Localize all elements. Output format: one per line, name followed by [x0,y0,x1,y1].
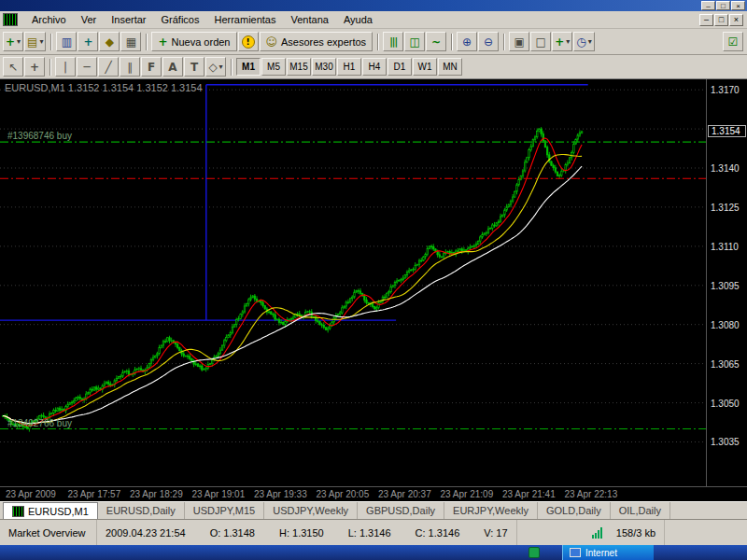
alert-icon: ! [242,35,255,49]
new-order-button[interactable]: + Nueva orden [151,32,236,51]
tab-usdjpy-weekly[interactable]: USDJPY,Weekly [264,502,358,519]
menu-insertar[interactable]: Insertar [104,12,153,27]
expert-advisors-button[interactable]: ☺ Asesores expertos [260,32,374,51]
text-icon: A [168,62,176,73]
alert-button[interactable]: ! [238,32,259,51]
shapes-tool-button[interactable]: ◇ ▾ [205,57,226,77]
chart-tabs-bar: EURUSD,M1 EURUSD,Daily USDJPY,M15 USDJPY… [0,501,747,519]
menu-ver[interactable]: Ver [74,12,105,27]
navigator-icon: ◆ [106,36,114,48]
tile-windows-button[interactable]: ▣ [509,32,529,51]
price-tick-label: 1.3140 [711,163,740,174]
channel-icon: ∥ [127,62,133,73]
bar-chart-icon: ||| [389,37,397,47]
bar-chart-button[interactable]: ||| [383,32,403,51]
timeframe-d1-button[interactable]: D1 [388,58,412,76]
toolbar-separator [377,34,379,50]
tile-windows-icon: ▣ [514,36,524,48]
cursor-icon: ↖ [8,62,18,73]
line-chart-button[interactable]: ~ [426,32,446,51]
zoom-in-button[interactable]: ⊕ [457,32,477,51]
title-bar: – □ × [0,0,747,11]
window-maximize-button[interactable]: □ [716,1,730,10]
data-window-button[interactable]: + [78,32,98,51]
timeframe-h1-button[interactable]: H1 [337,58,361,76]
tab-eurusd-m1[interactable]: EURUSD,M1 [3,502,98,519]
timeframe-h4-button[interactable]: H4 [362,58,387,76]
chevron-down-icon: ▾ [17,37,21,46]
time-tick-label: 23 Apr 19:01 [192,489,246,499]
tab-label: GBPUSD,Daily [366,505,435,516]
autotrading-button[interactable]: ☑ [723,32,743,51]
standard-toolbar: + ▾ ▤ ▾ ▥ + ◆ ▦ + Nueva orden ! ☺ Asesor… [0,29,747,55]
mdi-restore-button[interactable]: □ [714,14,728,26]
timeframe-m30-button[interactable]: M30 [312,58,336,76]
price-tick-label: 1.3095 [711,281,740,291]
vertical-line-tool-button[interactable]: | [55,57,76,77]
menu-herramientas[interactable]: Herramientas [206,12,283,27]
cascade-windows-button[interactable]: □ [530,32,551,51]
menu-archivo[interactable]: Archivo [24,12,74,27]
profiles-button[interactable]: ▤ ▾ [24,32,46,51]
toolbar-separator [50,34,52,50]
timeframe-m1-button[interactable]: M1 [236,58,261,76]
label-tool-button[interactable]: T [184,57,204,77]
windows-taskbar: Internet [0,545,747,560]
tab-gbpusd-daily[interactable]: GBPUSD,Daily [358,502,444,519]
time-tick-label: 23 Apr 21:09 [441,489,494,499]
chevron-down-icon: ▾ [219,63,223,71]
time-axis[interactable]: 23 Apr 200923 Apr 17:5723 Apr 18:2923 Ap… [0,486,747,501]
timeframe-mn-button[interactable]: MN [438,58,462,76]
tab-eurusd-daily[interactable]: EURUSD,Daily [98,502,185,519]
tab-label: OIL,Daily [619,505,661,516]
zoom-out-button[interactable]: ⊖ [478,32,499,51]
navigator-button[interactable]: ◆ [99,32,120,51]
toolbar-separator [451,34,453,50]
fibonacci-tool-button[interactable]: F [141,57,162,77]
internet-connection-icon[interactable] [570,548,581,557]
order-line-label: #13968746 buy [7,131,72,141]
terminal-icon: ▦ [126,36,136,48]
tab-gold-daily[interactable]: GOLD,Daily [538,502,611,519]
timeframe-m5-button[interactable]: M5 [261,58,286,76]
toolbar-separator [503,34,505,50]
timeframe-w1-button[interactable]: W1 [413,58,437,76]
window-close-button[interactable]: × [731,1,745,10]
indicators-button[interactable]: + ▾ [552,32,572,51]
chart-system-icon[interactable] [3,13,18,26]
market-watch-button[interactable]: ▥ [56,32,77,51]
chart-plot[interactable]: EURUSD,M1 1.3152 1.3154 1.3152 1.3154 #1… [0,79,706,486]
menu-ayuda[interactable]: Ayuda [336,12,380,27]
terminal-button[interactable]: ▦ [120,32,141,51]
tray-shield-icon[interactable] [529,547,540,558]
new-chart-button[interactable]: + ▾ [3,32,23,51]
crosshair-tool-button[interactable]: + [24,57,45,77]
menu-ventana[interactable]: Ventana [284,12,336,27]
mdi-minimize-button[interactable]: – [699,14,713,26]
trendline-tool-button[interactable]: ╱ [98,57,119,77]
price-tick-label: 1.3125 [711,203,740,213]
tab-label: USDJPY,M15 [193,505,255,516]
menu-graficos[interactable]: Gráficos [154,12,207,27]
chart-icon [12,506,24,517]
tab-label: EURJPY,Weekly [453,505,529,516]
horizontal-line-icon: ─ [83,62,90,73]
price-tick-label: 1.3065 [711,359,740,370]
cursor-tool-button[interactable]: ↖ [3,57,23,77]
tab-usdjpy-m15[interactable]: USDJPY,M15 [185,502,264,519]
time-tick-label: 23 Apr 20:05 [317,489,370,499]
channel-tool-button[interactable]: ∥ [120,57,140,77]
window-minimize-button[interactable]: – [701,1,715,10]
status-volume: V: 17 [484,527,507,539]
status-high: H: 1.3150 [279,527,324,539]
tab-oil-daily[interactable]: OIL,Daily [611,502,670,519]
periods-button[interactable]: ◷ ▾ [573,32,595,51]
price-axis[interactable]: 1.31701.31401.31251.31101.30951.30801.30… [706,79,747,486]
tab-eurjpy-weekly[interactable]: EURJPY,Weekly [444,502,538,519]
tab-label: GOLD,Daily [546,505,601,516]
horizontal-line-tool-button[interactable]: ─ [77,57,97,77]
candlestick-chart-button[interactable]: ◫ [404,32,425,51]
text-tool-button[interactable]: A [162,57,183,77]
mdi-close-button[interactable]: × [729,14,743,26]
timeframe-m15-button[interactable]: M15 [287,58,311,76]
